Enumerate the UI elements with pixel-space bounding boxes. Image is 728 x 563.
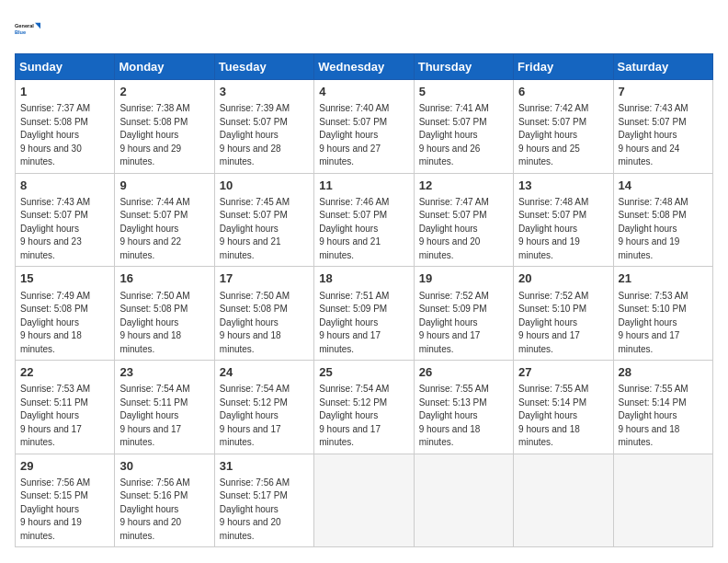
day-number: 24 bbox=[220, 364, 309, 381]
day-cell-11: 11Sunrise: 7:46 AMSunset: 5:07 PMDayligh… bbox=[314, 173, 414, 267]
day-number: 18 bbox=[319, 270, 408, 287]
day-info: Sunrise: 7:56 AMSunset: 5:17 PMDaylight … bbox=[220, 477, 309, 544]
day-cell-18: 18Sunrise: 7:51 AMSunset: 5:09 PMDayligh… bbox=[314, 267, 414, 361]
day-number: 30 bbox=[119, 458, 209, 475]
day-info: Sunrise: 7:50 AMSunset: 5:08 PMDaylight … bbox=[220, 290, 309, 357]
day-number: 19 bbox=[419, 270, 508, 287]
day-cell-26: 26Sunrise: 7:55 AMSunset: 5:13 PMDayligh… bbox=[414, 361, 513, 454]
day-info: Sunrise: 7:48 AMSunset: 5:08 PMDaylight … bbox=[619, 196, 708, 263]
day-cell-8: 8Sunrise: 7:43 AMSunset: 5:07 PMDaylight… bbox=[16, 173, 115, 267]
calendar-week-2: 8Sunrise: 7:43 AMSunset: 5:07 PMDaylight… bbox=[16, 173, 713, 267]
day-info: Sunrise: 7:55 AMSunset: 5:13 PMDaylight … bbox=[419, 383, 508, 450]
svg-marker-2 bbox=[35, 23, 40, 29]
day-number: 8 bbox=[20, 178, 109, 194]
day-number: 16 bbox=[119, 270, 209, 287]
day-cell-4: 4Sunrise: 7:40 AMSunset: 5:07 PMDaylight… bbox=[314, 80, 414, 174]
day-info: Sunrise: 7:44 AMSunset: 5:07 PMDaylight … bbox=[119, 196, 209, 263]
day-number: 13 bbox=[518, 178, 608, 194]
col-header-tuesday: Tuesday bbox=[214, 54, 313, 80]
day-info: Sunrise: 7:56 AMSunset: 5:16 PMDaylight … bbox=[119, 477, 209, 544]
col-header-wednesday: Wednesday bbox=[314, 54, 414, 80]
calendar-week-3: 15Sunrise: 7:49 AMSunset: 5:08 PMDayligh… bbox=[16, 267, 713, 361]
calendar-week-5: 29Sunrise: 7:56 AMSunset: 5:15 PMDayligh… bbox=[16, 454, 713, 547]
day-cell-30: 30Sunrise: 7:56 AMSunset: 5:16 PMDayligh… bbox=[115, 454, 214, 547]
day-info: Sunrise: 7:47 AMSunset: 5:07 PMDaylight … bbox=[419, 196, 508, 263]
col-header-sunday: Sunday bbox=[16, 54, 115, 80]
svg-text:General: General bbox=[15, 23, 34, 29]
day-number: 2 bbox=[119, 84, 209, 100]
empty-cell bbox=[414, 454, 513, 547]
day-cell-15: 15Sunrise: 7:49 AMSunset: 5:08 PMDayligh… bbox=[16, 267, 115, 361]
logo-icon: GeneralBlue bbox=[15, 15, 44, 44]
calendar-week-1: 1Sunrise: 7:37 AMSunset: 5:08 PMDaylight… bbox=[16, 80, 713, 174]
calendar-table: SundayMondayTuesdayWednesdayThursdayFrid… bbox=[15, 53, 713, 547]
day-number: 21 bbox=[619, 270, 708, 287]
day-number: 10 bbox=[220, 178, 309, 194]
day-number: 17 bbox=[220, 270, 309, 287]
day-info: Sunrise: 7:54 AMSunset: 5:12 PMDaylight … bbox=[319, 383, 408, 450]
day-cell-10: 10Sunrise: 7:45 AMSunset: 5:07 PMDayligh… bbox=[214, 173, 313, 267]
day-info: Sunrise: 7:43 AMSunset: 5:07 PMDaylight … bbox=[20, 196, 109, 263]
day-cell-9: 9Sunrise: 7:44 AMSunset: 5:07 PMDaylight… bbox=[115, 173, 214, 267]
day-cell-19: 19Sunrise: 7:52 AMSunset: 5:09 PMDayligh… bbox=[414, 267, 513, 361]
day-info: Sunrise: 7:53 AMSunset: 5:11 PMDaylight … bbox=[20, 383, 109, 450]
day-info: Sunrise: 7:46 AMSunset: 5:07 PMDaylight … bbox=[319, 196, 408, 263]
empty-cell bbox=[314, 454, 414, 547]
day-number: 25 bbox=[319, 364, 408, 381]
day-cell-3: 3Sunrise: 7:39 AMSunset: 5:07 PMDaylight… bbox=[214, 80, 313, 174]
col-header-thursday: Thursday bbox=[414, 54, 513, 80]
empty-cell bbox=[514, 454, 613, 547]
day-number: 11 bbox=[319, 178, 408, 194]
day-info: Sunrise: 7:55 AMSunset: 5:14 PMDaylight … bbox=[619, 383, 708, 450]
day-cell-28: 28Sunrise: 7:55 AMSunset: 5:14 PMDayligh… bbox=[613, 361, 712, 454]
day-cell-2: 2Sunrise: 7:38 AMSunset: 5:08 PMDaylight… bbox=[115, 80, 214, 174]
day-cell-5: 5Sunrise: 7:41 AMSunset: 5:07 PMDaylight… bbox=[414, 80, 513, 174]
day-number: 22 bbox=[20, 364, 109, 381]
day-info: Sunrise: 7:55 AMSunset: 5:14 PMDaylight … bbox=[518, 383, 608, 450]
day-info: Sunrise: 7:42 AMSunset: 5:07 PMDaylight … bbox=[518, 102, 608, 169]
day-info: Sunrise: 7:50 AMSunset: 5:08 PMDaylight … bbox=[119, 290, 209, 357]
day-number: 28 bbox=[619, 364, 708, 381]
day-number: 31 bbox=[220, 458, 309, 475]
day-info: Sunrise: 7:54 AMSunset: 5:11 PMDaylight … bbox=[119, 383, 209, 450]
day-cell-24: 24Sunrise: 7:54 AMSunset: 5:12 PMDayligh… bbox=[214, 361, 313, 454]
day-info: Sunrise: 7:51 AMSunset: 5:09 PMDaylight … bbox=[319, 290, 408, 357]
col-header-friday: Friday bbox=[514, 54, 613, 80]
day-cell-29: 29Sunrise: 7:56 AMSunset: 5:15 PMDayligh… bbox=[16, 454, 115, 547]
day-cell-22: 22Sunrise: 7:53 AMSunset: 5:11 PMDayligh… bbox=[16, 361, 115, 454]
day-number: 4 bbox=[319, 84, 408, 100]
day-info: Sunrise: 7:37 AMSunset: 5:08 PMDaylight … bbox=[20, 102, 109, 169]
day-number: 26 bbox=[419, 364, 508, 381]
day-info: Sunrise: 7:49 AMSunset: 5:08 PMDaylight … bbox=[20, 290, 109, 357]
col-header-saturday: Saturday bbox=[613, 54, 712, 80]
day-info: Sunrise: 7:45 AMSunset: 5:07 PMDaylight … bbox=[220, 196, 309, 263]
day-info: Sunrise: 7:56 AMSunset: 5:15 PMDaylight … bbox=[20, 477, 109, 544]
day-number: 29 bbox=[20, 458, 109, 475]
day-cell-16: 16Sunrise: 7:50 AMSunset: 5:08 PMDayligh… bbox=[115, 267, 214, 361]
day-cell-27: 27Sunrise: 7:55 AMSunset: 5:14 PMDayligh… bbox=[514, 361, 613, 454]
day-number: 3 bbox=[220, 84, 309, 100]
day-cell-23: 23Sunrise: 7:54 AMSunset: 5:11 PMDayligh… bbox=[115, 361, 214, 454]
page-header: GeneralBlue bbox=[15, 15, 713, 44]
day-number: 20 bbox=[518, 270, 608, 287]
day-cell-6: 6Sunrise: 7:42 AMSunset: 5:07 PMDaylight… bbox=[514, 80, 613, 174]
calendar-week-4: 22Sunrise: 7:53 AMSunset: 5:11 PMDayligh… bbox=[16, 361, 713, 454]
day-info: Sunrise: 7:39 AMSunset: 5:07 PMDaylight … bbox=[220, 102, 309, 169]
day-number: 15 bbox=[20, 270, 109, 287]
day-cell-17: 17Sunrise: 7:50 AMSunset: 5:08 PMDayligh… bbox=[214, 267, 313, 361]
empty-cell bbox=[613, 454, 712, 547]
day-number: 5 bbox=[419, 84, 508, 100]
day-number: 12 bbox=[419, 178, 508, 194]
day-info: Sunrise: 7:40 AMSunset: 5:07 PMDaylight … bbox=[319, 102, 408, 169]
day-info: Sunrise: 7:54 AMSunset: 5:12 PMDaylight … bbox=[220, 383, 309, 450]
col-header-monday: Monday bbox=[115, 54, 214, 80]
day-info: Sunrise: 7:52 AMSunset: 5:09 PMDaylight … bbox=[419, 290, 508, 357]
day-number: 9 bbox=[119, 178, 209, 194]
day-cell-21: 21Sunrise: 7:53 AMSunset: 5:10 PMDayligh… bbox=[613, 267, 712, 361]
day-cell-20: 20Sunrise: 7:52 AMSunset: 5:10 PMDayligh… bbox=[514, 267, 613, 361]
day-number: 23 bbox=[119, 364, 209, 381]
svg-text:Blue: Blue bbox=[15, 29, 26, 35]
logo: GeneralBlue bbox=[15, 15, 44, 44]
day-number: 14 bbox=[619, 178, 708, 194]
calendar-header-row: SundayMondayTuesdayWednesdayThursdayFrid… bbox=[16, 54, 713, 80]
